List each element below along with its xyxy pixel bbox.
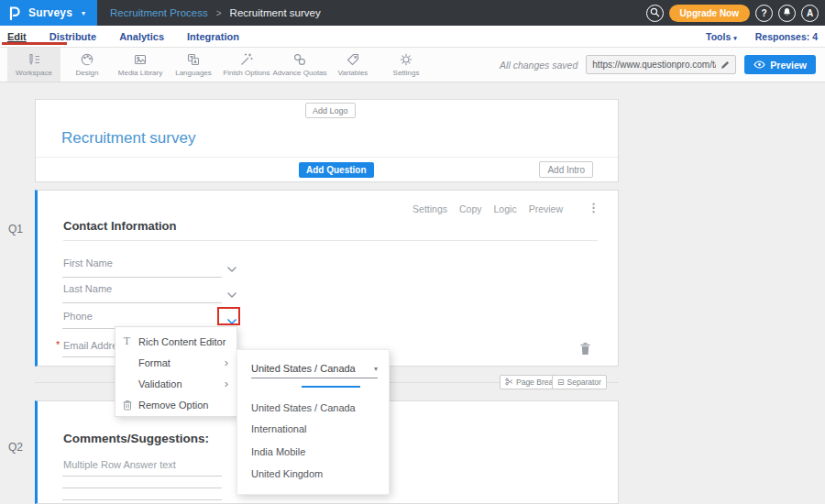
- toolbar-item-variables[interactable]: Variables: [326, 48, 380, 82]
- format-option-international[interactable]: International: [251, 423, 307, 434]
- finish-options-icon: [239, 52, 254, 67]
- format-submenu-panel: United States / Canada ▾ United States /…: [236, 349, 390, 495]
- tools-menu[interactable]: Tools ▾: [706, 31, 737, 42]
- format-option-us-canada[interactable]: United States / Canada: [251, 402, 356, 413]
- chevron-right-icon: ›: [225, 377, 236, 390]
- help-icon: ?: [761, 8, 766, 18]
- menu-item-validation[interactable]: Validation ›: [116, 373, 236, 394]
- toolbar-item-label: Settings: [393, 69, 420, 77]
- menu-item-label: Rich Content Editor: [138, 336, 236, 347]
- more-options-icon[interactable]: ⋮: [588, 201, 600, 214]
- toolbar-right: All changes saved https://www.questionpr…: [500, 48, 816, 82]
- surveys-menu-label: Surveys: [28, 6, 72, 19]
- survey-url-field[interactable]: https://www.questionpro.com/t/APNrFZ: [586, 55, 736, 74]
- eye-icon: [754, 60, 765, 71]
- top-navbar: Surveys ▾ Recruitment Process > Recruitm…: [0, 0, 825, 26]
- editor-toolbar: Workspace Design Media Library Languages…: [0, 48, 825, 82]
- chevron-right-icon: ›: [225, 356, 236, 369]
- header-divider: [36, 157, 618, 158]
- bell-icon: [782, 7, 792, 19]
- preview-button[interactable]: Preview: [744, 55, 816, 74]
- annotation-underline: [2, 42, 67, 45]
- format-option-india-mobile[interactable]: India Mobile: [251, 446, 305, 457]
- menu-item-remove-option[interactable]: Remove Option: [116, 394, 236, 415]
- toolbar-item-label: Variables: [338, 69, 368, 77]
- tab-integration[interactable]: Integration: [187, 31, 239, 42]
- advance-quotas-icon: [292, 52, 307, 67]
- edit-url-pencil-icon[interactable]: [720, 57, 730, 73]
- menu-item-rich-content-editor[interactable]: T Rich Content Editor: [116, 331, 236, 352]
- field-label-last-name: Last Name: [63, 283, 112, 294]
- question-heading: Comments/Suggestions:: [63, 432, 209, 445]
- toolbar-item-media-library[interactable]: Media Library: [114, 48, 167, 82]
- separator-label: Separator: [567, 378, 601, 387]
- delete-question-button[interactable]: [579, 342, 591, 359]
- settings-icon: [399, 52, 413, 67]
- notifications-button[interactable]: [778, 5, 796, 22]
- tools-label: Tools: [706, 31, 731, 42]
- media-library-icon: [133, 52, 148, 67]
- design-icon: [80, 52, 94, 67]
- help-button[interactable]: ?: [755, 5, 773, 22]
- field-underline: [62, 302, 222, 303]
- add-question-button[interactable]: Add Question: [299, 162, 374, 178]
- menu-item-label: Remove Option: [138, 400, 236, 411]
- question-copy-action[interactable]: Copy: [459, 203, 482, 214]
- toolbar-item-label: Advance Quotas: [272, 69, 326, 77]
- format-select[interactable]: United States / Canada ▾: [251, 359, 378, 378]
- question-heading: Contact Information: [63, 219, 177, 233]
- toolbar-item-advance-quotas[interactable]: Advance Quotas: [273, 48, 326, 82]
- search-button[interactable]: [646, 5, 664, 22]
- responses-link[interactable]: Responses: 4: [755, 31, 818, 42]
- separator-button[interactable]: ⊟ Separator: [552, 375, 607, 389]
- tab-analytics[interactable]: Analytics: [119, 31, 164, 42]
- survey-url-value: https://www.questionpro.com/t/APNrFZ: [592, 60, 716, 70]
- chevron-down-icon: ▾: [374, 365, 378, 373]
- page-break-label: Page Break: [516, 378, 556, 387]
- toolbar-item-workspace[interactable]: Workspace: [7, 48, 60, 82]
- answer-underline: [62, 499, 222, 500]
- format-select-value: United States / Canada: [251, 363, 356, 374]
- breadcrumb-folder-link[interactable]: Recruitment Process: [110, 7, 208, 18]
- question-logic-action[interactable]: Logic: [494, 203, 517, 214]
- topbar-actions: Upgrade Now ? A: [646, 0, 819, 26]
- survey-canvas: Q1 Q2 Add Logo Recruitment survey Add Qu…: [0, 82, 825, 504]
- tab-distribute[interactable]: Distribute: [50, 31, 96, 42]
- separator-icon: ⊟: [557, 378, 565, 387]
- format-option-united-kingdom[interactable]: United Kingdom: [251, 468, 323, 479]
- option-context-menu: T Rich Content Editor Format › Validatio…: [115, 326, 237, 417]
- trash-icon: [579, 342, 591, 356]
- autosave-status: All changes saved: [500, 60, 578, 71]
- search-icon: [650, 7, 660, 19]
- question-number-q1: Q1: [8, 223, 23, 236]
- languages-icon: [186, 52, 201, 67]
- answer-underline: [62, 488, 222, 488]
- field-label-phone: Phone: [63, 311, 93, 322]
- add-logo-button[interactable]: Add Logo: [305, 103, 356, 118]
- field-dropdown-chevron[interactable]: [226, 260, 237, 277]
- upgrade-now-button[interactable]: Upgrade Now: [669, 5, 750, 22]
- toolbar-items: Workspace Design Media Library Languages…: [7, 48, 433, 82]
- survey-header-card: Add Logo Recruitment survey Add Question…: [35, 99, 619, 182]
- toolbar-item-languages[interactable]: Languages: [167, 48, 220, 82]
- scissors-icon: [505, 378, 513, 388]
- field-dropdown-chevron[interactable]: [226, 286, 237, 302]
- menu-item-label: Format: [138, 357, 225, 368]
- tabbar-right: Tools ▾ Responses: 4: [706, 26, 818, 47]
- toolbar-item-label: Finish Options: [223, 69, 270, 77]
- add-intro-button[interactable]: Add Intro: [539, 161, 593, 178]
- toolbar-item-design[interactable]: Design: [60, 48, 114, 82]
- toolbar-item-label: Media Library: [118, 69, 162, 77]
- menu-item-format[interactable]: Format ›: [116, 352, 236, 373]
- toolbar-item-settings[interactable]: Settings: [380, 48, 433, 82]
- question-settings-action[interactable]: Settings: [412, 203, 447, 214]
- tab-edit[interactable]: Edit: [7, 31, 27, 42]
- chevron-down-icon: ▾: [82, 9, 85, 17]
- toolbar-item-finish-options[interactable]: Finish Options: [220, 48, 273, 82]
- surveys-menu[interactable]: Surveys ▾: [0, 0, 97, 26]
- question-preview-action[interactable]: Preview: [529, 203, 563, 214]
- toolbar-item-label: Design: [76, 69, 99, 77]
- survey-title: Recruitment survey: [61, 129, 195, 148]
- account-button[interactable]: A: [801, 5, 819, 22]
- toolbar-item-label: Languages: [175, 69, 212, 77]
